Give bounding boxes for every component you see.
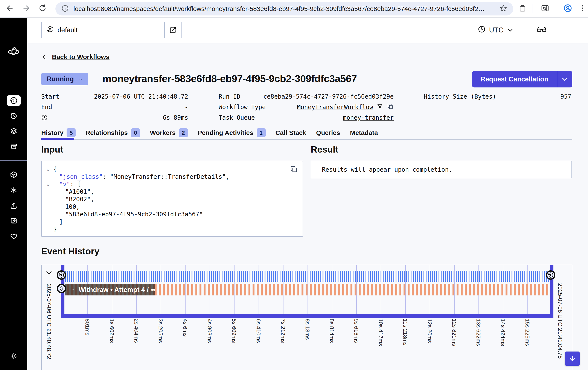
- tab-label: Relationships: [85, 129, 128, 136]
- timeline-end-timestamp: 2025-07-06 UTC 21:41:04.75: [557, 283, 563, 359]
- scroll-to-bottom-button[interactable]: [565, 351, 580, 366]
- workflow-event-icon[interactable]: [57, 270, 66, 280]
- sidebar-item-feedback-heart[interactable]: [0, 232, 27, 240]
- timezone-selector[interactable]: UTC: [477, 22, 514, 38]
- event-history-heading: Event History: [41, 246, 99, 257]
- chevron-down-icon: [561, 76, 569, 83]
- side-panel-search-icon[interactable]: [540, 3, 550, 14]
- tick-label: 4s 808ms: [206, 319, 213, 343]
- json-text: ]: [59, 218, 63, 225]
- activity-label-bar[interactable]: Withdraw • Attempt 4 / ∞: [65, 284, 155, 295]
- sidebar-item-docs[interactable]: [0, 217, 27, 225]
- timeline-start-timestamp: 2025-07-06 UTC 21:40:48.72: [45, 284, 52, 359]
- namespace-open-button[interactable]: [164, 22, 182, 38]
- timeline-axis-bar: [61, 314, 553, 318]
- tick-label: 3s 205ms: [157, 319, 164, 343]
- tick-label: 15s 225ms: [524, 319, 531, 346]
- workflow-event-icon[interactable]: [546, 270, 555, 280]
- result-heading: Result: [311, 144, 338, 155]
- sidebar-item-workflows[interactable]: [0, 96, 27, 105]
- tab-relationships[interactable]: Relationships0: [85, 128, 140, 137]
- site-info-icon[interactable]: [61, 4, 69, 13]
- tick-label: 2s 404ms: [133, 319, 140, 343]
- json-text: "A1001",: [65, 188, 94, 195]
- tab-pending-activities[interactable]: Pending Activities1: [198, 128, 266, 137]
- labs-glasses-icon[interactable]: [536, 24, 547, 36]
- tab-bottom-rule: [41, 139, 572, 140]
- input-json: ⌄{"json_class": "MoneyTransfer::Transfer…: [42, 165, 303, 233]
- timezone-label: UTC: [489, 26, 504, 34]
- tick-label: 12s 20ms: [426, 319, 433, 343]
- theme-sun-icon[interactable]: [0, 352, 27, 360]
- sidebar-item-namespaces[interactable]: [0, 171, 27, 179]
- tab-count-badge: 5: [67, 128, 76, 137]
- tab-count-badge: 1: [257, 128, 266, 137]
- tick-label: 8s 814ms: [328, 319, 335, 343]
- namespace-selector[interactable]: default: [41, 22, 165, 38]
- sidebar-item-import-export[interactable]: [0, 202, 27, 210]
- tab-queries[interactable]: Queries: [316, 129, 340, 136]
- bookmark-star-icon[interactable]: [499, 4, 508, 13]
- tab-label: History: [41, 129, 63, 136]
- timeline-canvas: Withdraw • Attempt 4 / ∞ 2025-07-06 UTC …: [42, 265, 572, 370]
- history-size-value: 957: [424, 93, 571, 100]
- chevron-down-icon: [507, 26, 514, 34]
- cancellation-dropdown-button[interactable]: [557, 71, 572, 87]
- collapse-chevron-icon[interactable]: ⌄: [46, 180, 50, 188]
- clock-icon: [477, 25, 486, 35]
- copy-icon[interactable]: [387, 103, 394, 111]
- tab-call-stack[interactable]: Call Stack: [275, 129, 306, 136]
- tick-label: 14s 424ms: [500, 319, 506, 346]
- json-line: 100,: [42, 203, 303, 211]
- timeline-collapse-chevron[interactable]: [45, 269, 53, 278]
- chevron-left-icon: [41, 54, 48, 60]
- tab-history[interactable]: History5: [41, 128, 76, 137]
- toolbar-separator: [556, 4, 556, 13]
- retry-icon: [72, 286, 74, 293]
- sidebar-item-nexus[interactable]: [0, 186, 27, 194]
- workflow-type-link[interactable]: MoneyTransferWorkflow: [297, 104, 373, 111]
- tab-workers[interactable]: Workers2: [150, 128, 188, 137]
- collapse-chevron-icon[interactable]: ⌄: [46, 165, 50, 173]
- sidebar-item-batch-operations[interactable]: [0, 127, 27, 135]
- sidebar-item-archive[interactable]: [0, 142, 27, 150]
- tab-label: Workers: [150, 129, 176, 136]
- tick-label: 5s 609ms: [231, 319, 237, 343]
- url-text[interactable]: localhost:8080/namespaces/default/workfl…: [74, 5, 495, 12]
- request-cancellation-button[interactable]: Request Cancellation: [472, 71, 572, 87]
- address-bar[interactable]: localhost:8080/namespaces/default/workfl…: [55, 2, 513, 15]
- status-label: Running: [47, 75, 74, 83]
- forward-icon[interactable]: [22, 4, 31, 13]
- request-cancellation-label[interactable]: Request Cancellation: [472, 71, 557, 87]
- refresh-icon[interactable]: [38, 4, 47, 13]
- result-panel: Results will appear upon completion.: [311, 161, 572, 178]
- run-id-value: ce8eba29-574c-4727-9726-fc56ed03f29e: [219, 93, 394, 100]
- json-text: }: [53, 226, 57, 233]
- json-line: ⌄"v": [: [42, 181, 303, 188]
- back-to-workflows-link[interactable]: Back to Workflows: [41, 53, 110, 61]
- json-text: "583e6fd8-eb97-4f95-9cb2-309fdfc3a567": [65, 211, 203, 218]
- temporal-logo[interactable]: [0, 45, 27, 58]
- json-text: 100,: [65, 203, 80, 210]
- tick-label: 8s 13ms: [304, 319, 311, 340]
- filter-funnel-icon[interactable]: [377, 103, 383, 111]
- workflow-execution-row[interactable]: [65, 271, 550, 282]
- activity-event-icon[interactable]: [57, 284, 66, 293]
- json-line: "583e6fd8-eb97-4f95-9cb2-309fdfc3a567": [42, 211, 303, 218]
- namespace-switcher-icon: [46, 25, 54, 35]
- profile-icon[interactable]: [563, 3, 573, 14]
- json-line: "B2002",: [42, 196, 303, 203]
- active-tab-underline: [41, 138, 74, 140]
- back-icon[interactable]: [6, 4, 14, 13]
- tab-metadata[interactable]: Metadata: [350, 129, 378, 136]
- sidebar-item-schedules[interactable]: [0, 112, 27, 120]
- json-line: }: [42, 226, 303, 233]
- menu-kebab-icon[interactable]: [578, 4, 587, 13]
- json-text: : [: [70, 181, 81, 188]
- extensions-icon[interactable]: [518, 4, 527, 13]
- copy-icon[interactable]: [290, 165, 298, 174]
- tab-label: Queries: [316, 129, 340, 136]
- task-queue-link[interactable]: money-transfer: [343, 114, 394, 121]
- tab-label: Pending Activities: [198, 129, 253, 136]
- input-heading: Input: [41, 144, 63, 155]
